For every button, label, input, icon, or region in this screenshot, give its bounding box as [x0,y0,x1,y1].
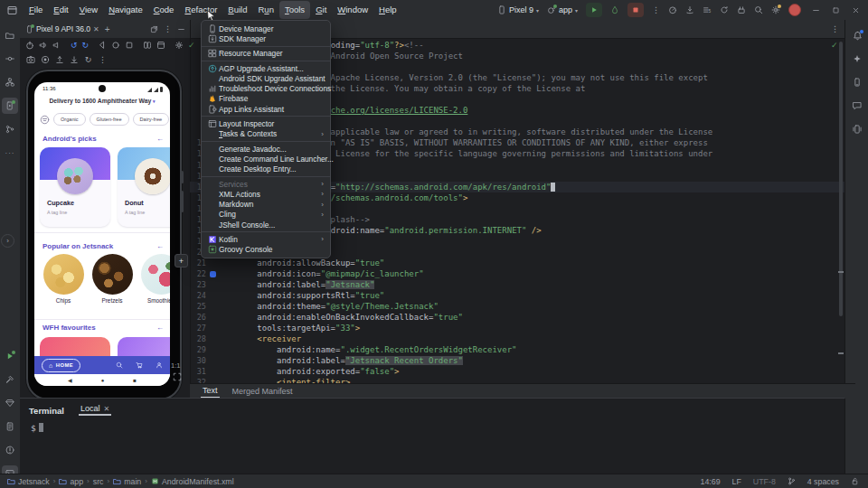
volume-down-icon[interactable] [52,41,61,51]
breadcrumb-item[interactable]: app [59,477,83,486]
tool-stripe-run-play-icon[interactable] [2,348,18,364]
tool-stripe-quality-insights-icon[interactable] [2,395,18,411]
home-circle-icon[interactable] [111,41,120,51]
apply-changes-icon[interactable] [610,5,619,14]
tool-stripe-notifications-bell-icon[interactable] [849,27,865,43]
terminal-input[interactable]: $ [20,416,844,433]
fold-device-icon[interactable] [143,41,152,51]
tools-menu-item-android-sdk-upgrade-assistant[interactable]: Android SDK Upgrade Assistant [202,73,330,83]
attach-debugger-icon[interactable] [685,5,694,14]
delivery-address-selector[interactable]: Delivery to 1600 Amphitheater Way ▾ [34,98,170,104]
restart-icon[interactable]: ↻ [83,55,93,65]
search-everywhere-icon[interactable] [754,5,763,14]
line-ending-widget[interactable]: LF [732,477,741,486]
occurrence-mark[interactable] [838,352,844,354]
tool-stripe-device-mirror-icon[interactable] [849,121,865,137]
sync-gradle-icon[interactable] [720,5,729,14]
close-tab-icon[interactable]: ✕ [93,25,99,33]
tool-stripe-problems-icon[interactable] [2,442,18,458]
git-branch-icon[interactable] [788,477,796,485]
menu-edit[interactable]: Edit [48,1,73,19]
code-line[interactable]: 25 android:theme="@style/Theme.Jetsnack" [190,301,844,312]
new-device-tab-button[interactable]: + [105,24,110,34]
plugins-icon[interactable] [737,5,746,14]
menu-file[interactable]: File [24,1,48,19]
overview-icon[interactable] [125,41,134,51]
tools-menu-item-jshell-console[interactable]: JShell Console... [202,220,330,230]
code-line[interactable]: 30 android:label="Jetsnack Recent Orders… [190,355,844,366]
running-device-tab[interactable]: Pixel 9 API 36.0 ✕ [20,20,103,38]
code-line[interactable]: 28 <receiver [190,333,844,344]
code-line[interactable]: 29 android:name=".widget.RecentOrdersWid… [190,344,844,355]
popular-snack-item[interactable]: Smoothies [140,254,170,304]
lock-open-icon[interactable] [851,477,859,485]
caret-position-widget[interactable]: 14:69 [701,477,721,486]
code-line[interactable]: 21 android:allowBackup="true" [190,258,844,268]
settings-gear-icon[interactable] [771,5,780,14]
filter-chip[interactable]: Organic [53,113,86,126]
menu-view[interactable]: View [74,1,103,19]
power-icon[interactable] [25,41,34,51]
back-icon[interactable] [98,41,107,51]
main-window-icon[interactable] [6,5,18,16]
tools-menu-item-device-manager[interactable]: Device Manager [202,23,330,33]
tools-menu-item-agp-upgrade-assistant[interactable]: AGP Upgrade Assistant... [202,63,330,73]
device-selector[interactable]: Pixel 9▾ [497,5,539,14]
popular-snack-item[interactable]: Pretzels [91,254,133,304]
tab-merged-manifest[interactable]: Merged Manifest [232,387,293,396]
panel-options-kebab-icon[interactable]: ⋮ [164,24,172,33]
code-line[interactable]: 22 android:icon="@mipmap/ic_launcher" [190,268,844,279]
menu-run[interactable]: Run [252,1,278,19]
breadcrumb-item[interactable]: src [93,477,104,486]
filter-chip[interactable]: Gluten-free [90,113,129,126]
terminal-tab-local[interactable]: Local✕ [79,404,111,416]
stop-button[interactable] [627,3,644,17]
tab-text[interactable]: Text [201,384,220,399]
screenshot-camera-icon[interactable] [25,55,35,65]
android-home-button[interactable]: ● [101,378,105,383]
tools-menu-item-create-command-line-launcher[interactable]: Create Command Line Launcher... [202,154,330,164]
popular-snack-item[interactable]: Chips [42,254,84,304]
run-config-selector[interactable]: app▾ [547,5,578,14]
tools-menu-item-sdk-manager[interactable]: SDK Manager [202,33,330,43]
tool-stripe-logcat-icon[interactable] [2,418,18,435]
menu-help[interactable]: Help [373,1,402,19]
wrench-icon[interactable] [175,41,184,51]
open-in-window-icon[interactable] [150,25,158,33]
tools-menu-item-tasks-contexts[interactable]: Tasks & Contexts› [202,129,330,139]
menu-build[interactable]: Build [222,1,252,19]
hide-panel-icon[interactable] [177,25,185,33]
tool-stripe-more-dots-icon[interactable]: ··· [2,145,18,161]
nav-profile-icon[interactable] [156,361,163,369]
menu-code[interactable]: Code [148,1,180,19]
nav-cart-icon[interactable] [136,361,143,369]
profiler-icon[interactable] [668,5,677,14]
screen-record-icon[interactable] [40,55,50,65]
tool-stripe-running-devices-icon[interactable] [2,98,18,114]
nav-search-icon[interactable] [116,361,123,369]
tools-menu-item-layout-inspector[interactable]: Layout Inspector [202,118,330,128]
tool-stripe-ai-assistant-icon[interactable] [849,51,865,67]
snapshot-icon[interactable] [156,41,165,51]
user-avatar[interactable] [788,4,801,16]
occurrence-mark[interactable] [838,271,844,273]
maximize-icon[interactable] [829,6,843,14]
tool-stripe-structure-icon[interactable] [2,74,18,90]
close-icon[interactable] [849,6,863,14]
breadcrumb-item[interactable]: Jetsnack [7,477,50,486]
filters-icon[interactable] [40,115,50,125]
upload-icon[interactable] [54,55,64,65]
zoom-ratio-label[interactable]: 1:1 [171,361,180,370]
minimize-icon[interactable] [809,6,823,14]
tool-stripe-commit-icon[interactable] [2,51,18,67]
tools-menu-item-create-desktop-entry[interactable]: Create Desktop Entry... [202,164,330,174]
tools-menu-item-app-links-assistant[interactable]: App Links Assistant [202,104,330,114]
rotate-right-icon[interactable]: ↻ [82,41,90,51]
nav-home-button[interactable]: ⌂ HOME [42,359,80,372]
phone-emulator-frame[interactable]: 11:36 Delivery to 1600 Amphitheater Way … [26,70,182,400]
inspections-ok-icon[interactable]: ✓ [831,41,838,50]
more-actions-kebab-icon[interactable]: ⋮ [652,5,660,14]
kebab-icon[interactable]: ⋮ [98,55,108,65]
breadcrumb-item[interactable]: AndroidManifest.xml [151,477,234,486]
menu-window[interactable]: Window [332,1,373,19]
